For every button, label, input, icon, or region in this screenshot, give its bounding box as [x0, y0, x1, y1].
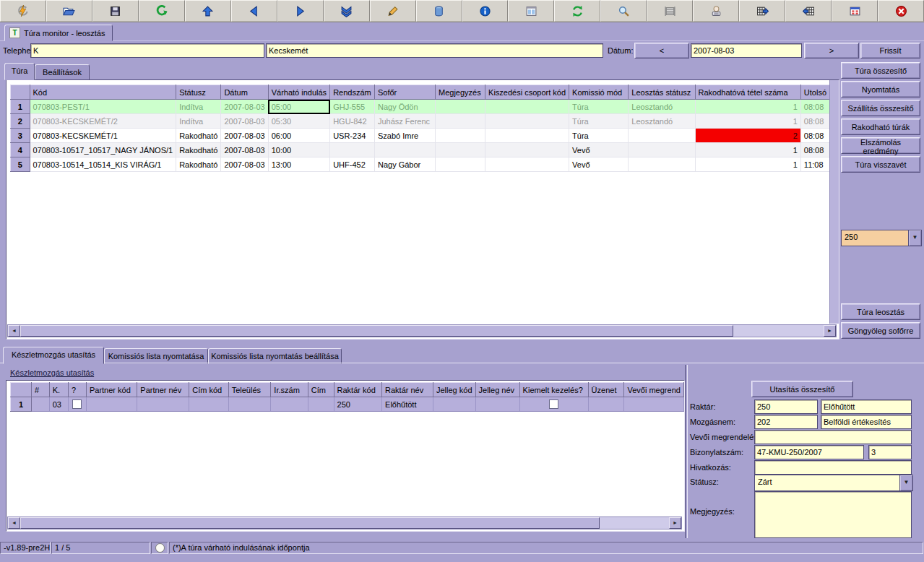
- cell[interactable]: [629, 143, 695, 157]
- column-header[interactable]: Vevői megrend: [624, 383, 684, 397]
- window-button[interactable]: [832, 0, 878, 22]
- column-header[interactable]: Rakodhatóvá tétel száma: [695, 85, 800, 100]
- cell[interactable]: 03: [49, 397, 68, 412]
- telephely-name-input[interactable]: [266, 43, 603, 58]
- chevron-down-icon[interactable]: ▼: [908, 230, 921, 246]
- column-header[interactable]: Kód: [30, 85, 176, 100]
- cell[interactable]: [189, 397, 228, 412]
- row-header[interactable]: 1: [11, 397, 32, 412]
- cell[interactable]: 070803-PEST/1: [30, 100, 176, 114]
- sidebar-button-4[interactable]: Rakodható túrák: [841, 118, 920, 135]
- row-header[interactable]: 5: [11, 157, 30, 172]
- column-header[interactable]: #: [32, 383, 50, 397]
- sidebar-button-6[interactable]: Túra visszavét: [841, 156, 920, 173]
- column-header[interactable]: Sofőr: [374, 85, 435, 100]
- column-header[interactable]: Leosztás státusz: [629, 85, 695, 100]
- sidebar-button-1[interactable]: Túra összesítő: [841, 62, 920, 79]
- cell[interactable]: Túra: [569, 114, 629, 129]
- cell[interactable]: 2: [695, 129, 800, 143]
- raktar-code-input[interactable]: [754, 399, 818, 414]
- cell[interactable]: Túra: [569, 129, 629, 143]
- tab-keszletmozgas-utasitas[interactable]: Készletmozgás utasítás: [3, 347, 104, 364]
- cell[interactable]: 1: [695, 114, 800, 129]
- checkbox[interactable]: [72, 399, 82, 409]
- cell[interactable]: Előhűtött: [382, 397, 433, 412]
- cell[interactable]: Leosztandó: [629, 114, 695, 129]
- sidebar-button-5[interactable]: Elszámolás eredmény: [841, 137, 920, 154]
- column-header[interactable]: Komissió mód: [569, 85, 629, 100]
- cell[interactable]: 1: [695, 157, 800, 172]
- cell[interactable]: 070803-KECSKEMÉT/2: [30, 114, 176, 129]
- row-header[interactable]: 2: [11, 114, 30, 129]
- vevoi-megrendeles-input[interactable]: [754, 430, 912, 444]
- first-button[interactable]: [185, 0, 231, 22]
- statusz-select[interactable]: Zárt ▼: [754, 475, 913, 491]
- cell[interactable]: [475, 397, 519, 412]
- power-button[interactable]: [0, 0, 46, 22]
- date-next-button[interactable]: >: [804, 43, 859, 59]
- export-table-button[interactable]: [739, 0, 785, 22]
- cell[interactable]: Indítva: [176, 114, 221, 129]
- column-header[interactable]: Partner kód: [86, 383, 137, 397]
- column-header[interactable]: Kiemelt kezelés?: [519, 383, 588, 397]
- cell[interactable]: [330, 143, 375, 157]
- column-header[interactable]: Várható indulás: [268, 85, 329, 100]
- cell[interactable]: 2007-08-03: [221, 143, 268, 157]
- column-header[interactable]: Státusz: [176, 85, 221, 100]
- mozgasnem-code-input[interactable]: [754, 415, 818, 429]
- column-header[interactable]: ?: [68, 383, 86, 397]
- column-header[interactable]: Kiszedési csoport kód: [485, 85, 569, 100]
- cell[interactable]: GHJ-555: [330, 100, 375, 114]
- date-input[interactable]: [691, 43, 802, 58]
- column-header[interactable]: Cím: [308, 383, 334, 397]
- cell[interactable]: [32, 397, 50, 412]
- next-button[interactable]: [277, 0, 324, 22]
- cell[interactable]: [519, 397, 588, 412]
- open-folder-button[interactable]: [46, 0, 92, 22]
- column-header[interactable]: Cím kód: [189, 383, 228, 397]
- column-header[interactable]: Ir.szám: [271, 383, 308, 397]
- tab-tura-monitor-leosztas[interactable]: T Túra monitor - leosztás: [4, 25, 113, 41]
- date-prev-button[interactable]: <: [634, 43, 689, 59]
- warehouse-select[interactable]: 250 ▼: [841, 230, 922, 246]
- cell[interactable]: Juhász Ferenc: [374, 114, 435, 129]
- cell[interactable]: 2007-08-03: [221, 157, 268, 172]
- sidebar-action-button-2[interactable]: Göngyöleg sofőrre: [841, 322, 920, 339]
- column-header[interactable]: Üzenet: [588, 383, 624, 397]
- cell[interactable]: 250: [334, 397, 381, 412]
- refresh-button[interactable]: Frissít: [860, 43, 920, 59]
- cell[interactable]: 1: [695, 143, 800, 157]
- column-header[interactable]: Dátum: [221, 85, 268, 100]
- cell[interactable]: [68, 397, 86, 412]
- columns-button[interactable]: [508, 0, 554, 22]
- column-header[interactable]: Rendszám: [330, 85, 375, 100]
- raktar-name-input[interactable]: [821, 399, 912, 414]
- tour-table-vscrollbar[interactable]: [829, 80, 839, 324]
- column-header[interactable]: K.: [49, 383, 68, 397]
- cell[interactable]: [485, 129, 569, 143]
- cell[interactable]: [629, 129, 695, 143]
- cell[interactable]: Vevő: [569, 157, 629, 172]
- bizonylatszam-input[interactable]: [754, 445, 864, 459]
- edit-button[interactable]: [370, 0, 416, 22]
- cell[interactable]: Rakodható: [176, 129, 221, 143]
- sidebar-button-3[interactable]: Szállítás összesítő: [841, 100, 920, 116]
- column-header[interactable]: Megjegyzés: [436, 85, 485, 100]
- cell[interactable]: Nagy Gábor: [374, 157, 435, 172]
- cell[interactable]: [436, 114, 485, 129]
- printer-button[interactable]: [647, 0, 693, 22]
- row-header[interactable]: 1: [11, 100, 30, 114]
- row-header[interactable]: 4: [11, 143, 30, 157]
- column-header[interactable]: Teleülés: [228, 383, 271, 397]
- last-button[interactable]: [324, 0, 370, 22]
- scroll-right-button[interactable]: ►: [669, 517, 681, 529]
- cell[interactable]: 070803-KECSKEMÉT/1: [30, 129, 176, 143]
- scroll-left-button[interactable]: ◄: [8, 325, 20, 337]
- cell[interactable]: Indítva: [176, 100, 221, 114]
- cell[interactable]: [436, 143, 485, 157]
- refresh-button[interactable]: [554, 0, 600, 22]
- telephely-code-input[interactable]: [30, 43, 264, 58]
- cell[interactable]: Rakodható: [176, 157, 221, 172]
- tab-komissios-lista-nyomtatas-beallitasa[interactable]: Komissiós lista nyomtatás beállítása: [208, 348, 342, 364]
- cell[interactable]: [228, 397, 271, 412]
